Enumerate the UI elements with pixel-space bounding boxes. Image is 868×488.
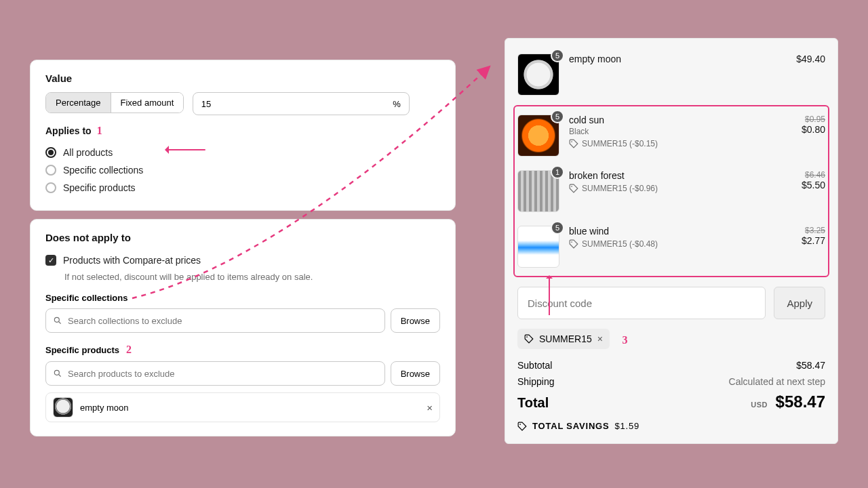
cart-item-name: broken forest: [569, 170, 775, 181]
value-type-segment: Percentage Fixed amount: [45, 92, 184, 113]
cart-item-discount-tag: SUMMER15 (-$0.15): [569, 139, 775, 148]
cart-item: 5 cold sun Black SUMMER15 (-$0.15) $0.95…: [517, 108, 825, 163]
cart-item-price: $0.80: [785, 124, 825, 135]
applies-to-heading: Applies to 1: [45, 125, 440, 137]
radio-specific-collections[interactable]: Specific collections: [45, 161, 440, 179]
total-value: $58.47: [776, 392, 825, 411]
qty-badge: 1: [551, 165, 564, 179]
fixed-amount-button[interactable]: Fixed amount: [111, 93, 184, 113]
qty-badge: 5: [551, 221, 564, 235]
exclude-products-search[interactable]: [45, 361, 385, 386]
tag-icon: [524, 334, 534, 344]
remove-excluded-product[interactable]: ×: [427, 402, 433, 413]
applies-to-radio-group: All products Specific collections Specif…: [45, 144, 440, 197]
total-savings: TOTAL SAVINGS $1.59: [517, 421, 825, 431]
tag-icon: [569, 184, 578, 193]
browse-products-button[interactable]: Browse: [391, 361, 440, 386]
subtotal-label: Subtotal: [517, 360, 552, 371]
callout-1: 1: [97, 125, 102, 137]
subtotal-value: $58.47: [796, 360, 825, 371]
qty-badge: 5: [551, 49, 564, 62]
cart-item-thumb: 5: [517, 226, 559, 268]
cart-item: 5 empty moon $49.40: [517, 47, 825, 102]
cart-item-orig-price: $6.46: [785, 170, 825, 180]
cart-item-name: cold sun: [569, 115, 775, 125]
qty-badge: 5: [551, 110, 564, 123]
admin-discount-panel: Value Percentage Fixed amount % Applies …: [30, 60, 456, 445]
cart-item-discount-tag: SUMMER15 (-$0.48): [569, 239, 775, 249]
callout-2: 2: [126, 344, 132, 356]
exclude-products-input[interactable]: [68, 369, 378, 379]
check-icon: ✓: [45, 255, 56, 266]
discounted-items-highlight: 5 cold sun Black SUMMER15 (-$0.15) $0.95…: [513, 105, 829, 277]
cart-item-thumb: 5: [517, 115, 559, 157]
cart-item-orig-price: $3.25: [785, 226, 825, 235]
value-heading: Value: [45, 73, 440, 84]
value-amount-field[interactable]: %: [193, 92, 410, 115]
excluded-product-chip: empty moon ×: [45, 392, 440, 422]
cart-item-price: $2.77: [785, 235, 825, 246]
cart-item: 1 broken forest SUMMER15 (-$0.96) $6.46 …: [517, 163, 825, 219]
apply-button[interactable]: Apply: [774, 287, 825, 319]
exclude-collections-search[interactable]: [45, 308, 385, 333]
applied-discount-code: SUMMER15: [539, 333, 592, 344]
radio-icon: [45, 165, 56, 176]
value-amount-input[interactable]: [201, 99, 242, 109]
excluded-product-thumb: [53, 397, 73, 418]
callout-3: 3: [622, 334, 627, 346]
compare-at-checkbox[interactable]: ✓ Products with Compare-at prices: [45, 251, 440, 269]
cart-item-price: $5.50: [785, 180, 825, 190]
checkout-cart-panel: 5 empty moon $49.40 5 cold sun Black SUM…: [505, 38, 838, 444]
shipping-label: Shipping: [517, 376, 555, 387]
cart-item-variant: Black: [569, 127, 775, 136]
value-unit: %: [393, 99, 401, 109]
shipping-value: Calculated at next step: [729, 376, 825, 387]
currency-label: USD: [751, 401, 768, 409]
cart-item-name: blue wind: [569, 226, 775, 237]
total-label: Total: [517, 395, 549, 411]
discount-code-input[interactable]: [517, 287, 766, 319]
annotation-arrow-icon: [161, 146, 205, 154]
exclude-heading: Does not apply to: [45, 232, 440, 243]
value-card: Value Percentage Fixed amount % Applies …: [30, 60, 456, 211]
applied-discount-pill: SUMMER15 ×: [517, 329, 610, 349]
cart-item-name: empty moon: [569, 54, 775, 64]
cart-item: 5 blue wind SUMMER15 (-$0.48) $3.25 $2.7…: [517, 219, 825, 274]
cart-totals: Subtotal $58.47 Shipping Calculated at n…: [517, 360, 825, 411]
tag-icon: [569, 139, 578, 148]
tag-icon: [517, 422, 527, 431]
radio-specific-products[interactable]: Specific products: [45, 179, 440, 197]
exclude-card: Does not apply to ✓ Products with Compar…: [30, 219, 456, 436]
search-icon: [53, 369, 62, 378]
tag-icon: [569, 239, 578, 249]
percentage-button[interactable]: Percentage: [46, 93, 111, 113]
exclude-collections-label: Specific collections: [45, 293, 440, 303]
browse-collections-button[interactable]: Browse: [391, 308, 440, 333]
compare-at-hint: If not selected, discount will be applie…: [64, 272, 440, 282]
cart-item-orig-price: $0.95: [785, 115, 825, 124]
radio-icon: [45, 147, 56, 158]
cart-item-discount-tag: SUMMER15 (-$0.96): [569, 184, 775, 193]
radio-all-products[interactable]: All products: [45, 144, 440, 161]
remove-discount[interactable]: ×: [597, 333, 603, 344]
radio-icon: [45, 182, 56, 193]
exclude-products-label: Specific products 2: [45, 344, 440, 356]
exclude-collections-input[interactable]: [68, 316, 378, 326]
excluded-product-name: empty moon: [80, 403, 129, 413]
cart-item-thumb: 5: [517, 54, 559, 96]
search-icon: [53, 316, 62, 325]
cart-item-price: $49.40: [785, 54, 825, 64]
cart-item-thumb: 1: [517, 170, 559, 212]
discount-code-row: Apply: [517, 287, 825, 319]
